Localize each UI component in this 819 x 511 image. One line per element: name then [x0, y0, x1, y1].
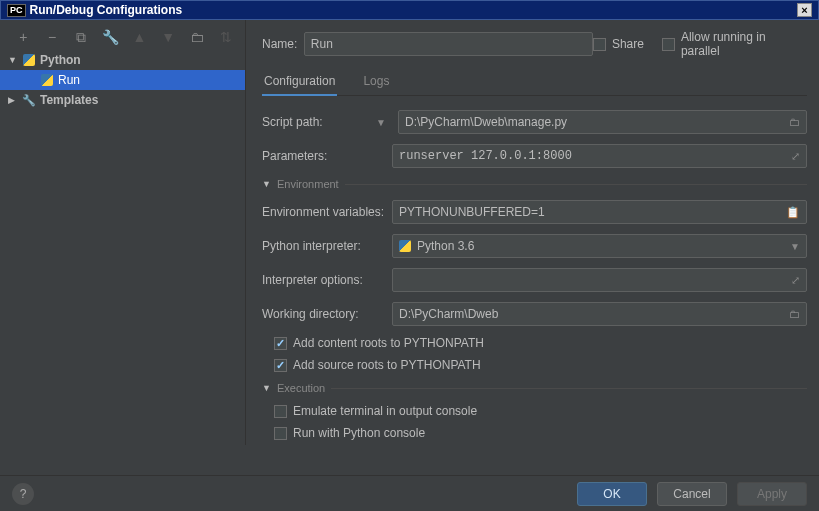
interpreter-label: Python interpreter:: [262, 239, 392, 253]
close-icon[interactable]: ×: [797, 3, 812, 17]
exec-section-header[interactable]: ▼ Execution: [262, 382, 807, 394]
parallel-check-row[interactable]: Allow running in parallel: [662, 30, 807, 58]
tabs: Configuration Logs: [262, 68, 807, 96]
workdir-input[interactable]: D:\PyCharm\Dweb 🗀: [392, 302, 807, 326]
tree-label: Run: [58, 73, 80, 87]
env-vars-label: Environment variables:: [262, 205, 392, 219]
script-path-label: Script path:: [262, 115, 392, 129]
env-section-header[interactable]: ▼ Environment: [262, 178, 807, 190]
run-console-row[interactable]: Run with Python console: [274, 426, 807, 440]
ok-button[interactable]: OK: [577, 482, 647, 506]
divider: [345, 184, 807, 185]
folder-icon[interactable]: 🗀: [190, 29, 205, 45]
wrench-icon: 🔧: [22, 94, 36, 107]
script-path-input[interactable]: D:\PyCharm\Dweb\manage.py 🗀: [398, 110, 807, 134]
interpreter-value: Python 3.6: [417, 239, 474, 253]
chevron-down-icon: ▼: [790, 241, 800, 252]
source-roots-checkbox[interactable]: [274, 359, 287, 372]
wrench-icon[interactable]: 🔧: [102, 29, 118, 45]
run-console-label: Run with Python console: [293, 426, 425, 440]
sidebar-toolbar: + − ⧉ 🔧 ▲ ▼ 🗀 ⇅: [0, 24, 245, 50]
tree-node-python[interactable]: ▼ Python: [0, 50, 245, 70]
down-icon[interactable]: ▼: [161, 29, 176, 45]
tree-node-run[interactable]: Run: [0, 70, 245, 90]
script-path-value: D:\PyCharm\Dweb\manage.py: [405, 115, 567, 129]
env-vars-input[interactable]: PYTHONUNBUFFERED=1 📋: [392, 200, 807, 224]
interpreter-opts-label: Interpreter options:: [262, 273, 392, 287]
chevron-down-icon[interactable]: ▼: [376, 117, 390, 128]
workdir-value: D:\PyCharm\Dweb: [399, 307, 498, 321]
share-label: Share: [612, 37, 644, 51]
remove-icon[interactable]: −: [45, 29, 60, 45]
emulate-terminal-row[interactable]: Emulate terminal in output console: [274, 404, 807, 418]
apply-button[interactable]: Apply: [737, 482, 807, 506]
content-roots-row[interactable]: Add content roots to PYTHONPATH: [274, 336, 807, 350]
cancel-button[interactable]: Cancel: [657, 482, 727, 506]
interpreter-dropdown[interactable]: Python 3.6 ▼: [392, 234, 807, 258]
parameters-input[interactable]: runserver 127.0.0.1:8000 ⤢: [392, 144, 807, 168]
expand-icon[interactable]: ⤢: [791, 274, 800, 287]
chevron-right-icon: ▶: [8, 95, 18, 105]
tree-label: Templates: [40, 93, 98, 107]
browse-icon[interactable]: 🗀: [789, 116, 800, 128]
tree-node-templates[interactable]: ▶ 🔧 Templates: [0, 90, 245, 110]
env-vars-value: PYTHONUNBUFFERED=1: [399, 205, 545, 219]
browse-icon[interactable]: 🗀: [789, 308, 800, 320]
parameters-label: Parameters:: [262, 149, 392, 163]
name-label: Name:: [262, 37, 304, 51]
window-title: Run/Debug Configurations: [30, 3, 183, 17]
chevron-down-icon: ▼: [8, 55, 18, 65]
run-console-checkbox[interactable]: [274, 427, 287, 440]
share-checkbox[interactable]: [593, 38, 606, 51]
parallel-checkbox[interactable]: [662, 38, 675, 51]
name-input[interactable]: [304, 32, 593, 56]
add-icon[interactable]: +: [16, 29, 31, 45]
up-icon[interactable]: ▲: [132, 29, 147, 45]
source-roots-label: Add source roots to PYTHONPATH: [293, 358, 481, 372]
tree-label: Python: [40, 53, 81, 67]
source-roots-row[interactable]: Add source roots to PYTHONPATH: [274, 358, 807, 372]
list-icon[interactable]: 📋: [786, 206, 800, 219]
tab-configuration[interactable]: Configuration: [262, 68, 337, 96]
emulate-terminal-checkbox[interactable]: [274, 405, 287, 418]
expand-icon[interactable]: ⤢: [791, 150, 800, 163]
main-area: + − ⧉ 🔧 ▲ ▼ 🗀 ⇅ ▼ Python Run ▶ 🔧 Templat…: [0, 20, 819, 445]
sort-icon[interactable]: ⇅: [218, 29, 233, 45]
workdir-label: Working directory:: [262, 307, 392, 321]
titlebar: PC Run/Debug Configurations ×: [0, 0, 819, 20]
content-roots-checkbox[interactable]: [274, 337, 287, 350]
app-icon: PC: [7, 4, 26, 17]
chevron-down-icon: ▼: [262, 383, 271, 393]
config-form: Script path: ▼ D:\PyCharm\Dweb\manage.py…: [262, 110, 807, 440]
interpreter-opts-input[interactable]: ⤢: [392, 268, 807, 292]
tab-logs[interactable]: Logs: [361, 68, 391, 95]
chevron-down-icon: ▼: [262, 179, 271, 189]
emulate-terminal-label: Emulate terminal in output console: [293, 404, 477, 418]
parameters-value: runserver 127.0.0.1:8000: [399, 149, 572, 163]
python-icon: [22, 53, 36, 67]
content-roots-label: Add content roots to PYTHONPATH: [293, 336, 484, 350]
exec-section-label: Execution: [277, 382, 325, 394]
divider: [331, 388, 807, 389]
share-check-row[interactable]: Share: [593, 37, 644, 51]
parallel-label: Allow running in parallel: [681, 30, 807, 58]
python-icon: [399, 240, 411, 252]
name-row: Name: Share Allow running in parallel: [262, 30, 807, 58]
python-icon: [40, 73, 54, 87]
copy-icon[interactable]: ⧉: [73, 29, 88, 46]
content-panel: Name: Share Allow running in parallel Co…: [246, 20, 819, 445]
dialog-footer: ? OK Cancel Apply: [0, 475, 819, 511]
env-section-label: Environment: [277, 178, 339, 190]
sidebar: + − ⧉ 🔧 ▲ ▼ 🗀 ⇅ ▼ Python Run ▶ 🔧 Templat…: [0, 20, 246, 445]
help-button[interactable]: ?: [12, 483, 34, 505]
